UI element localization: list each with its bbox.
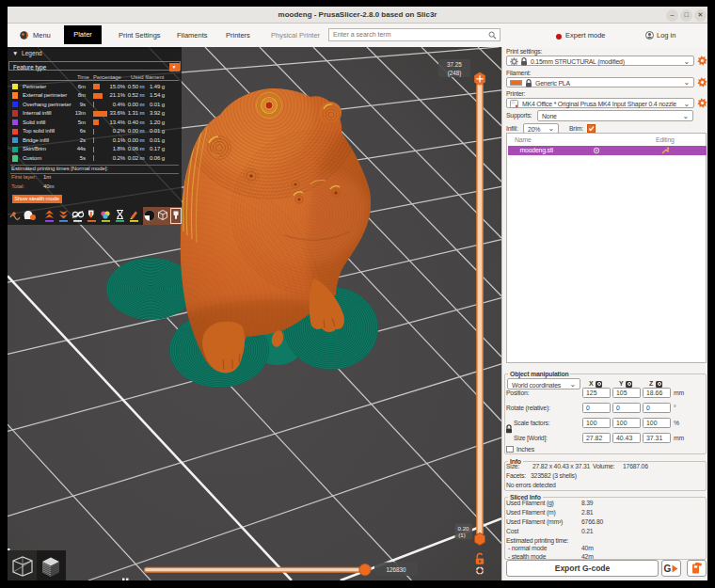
- svg-text:(248): (248): [448, 70, 462, 77]
- svg-text:0.20: 0.20: [458, 525, 469, 532]
- svg-text:(1): (1): [458, 532, 465, 538]
- svg-text:37.25: 37.25: [447, 61, 462, 68]
- svg-text:126830: 126830: [386, 566, 406, 573]
